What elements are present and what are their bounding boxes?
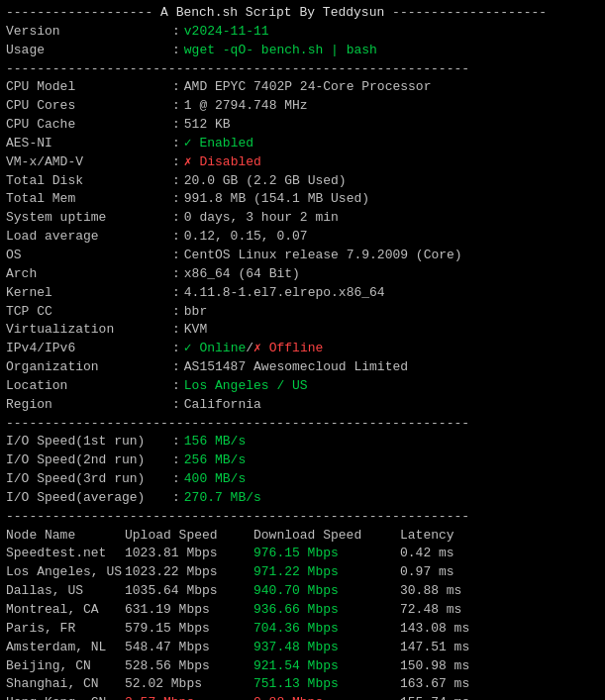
tcp-line: TCP CC : bbr <box>6 303 599 322</box>
aes-label: AES-NI <box>6 135 172 153</box>
io-avg-value: 270.7 MB/s <box>184 489 261 508</box>
divider-1: ----------------------------------------… <box>6 60 599 79</box>
row-latency: 150.98 ms <box>400 657 469 676</box>
virt-label: Virtualization <box>6 321 172 340</box>
cpu-model-line: CPU Model : AMD EPYC 7402P 24-Core Proce… <box>6 78 599 97</box>
kernel-line: Kernel : 4.11.8-1.el7.elrepo.x86_64 <box>6 284 599 303</box>
row-node: Amsterdam, NL <box>6 639 125 657</box>
terminal-output: ------------------- A Bench.sh Script By… <box>6 4 599 700</box>
speedtest-row: Amsterdam, NL548.47 Mbps937.48 Mbps147.5… <box>6 639 599 657</box>
cpu-cache-line: CPU Cache : 512 KB <box>6 116 599 135</box>
row-node: Hong Kong, CN <box>6 694 125 700</box>
divider-3: ----------------------------------------… <box>6 508 599 527</box>
vm-label: VM-x/AMD-V <box>6 153 172 172</box>
usage-line: Usage : wget -qO- bench.sh | bash <box>6 42 599 60</box>
row-download: 704.36 Mbps <box>253 620 400 639</box>
row-download: 976.15 Mbps <box>253 545 400 563</box>
row-download: 940.70 Mbps <box>253 582 400 601</box>
ipv4-online: ✓ Online <box>184 340 246 358</box>
row-upload: 1035.64 Mbps <box>125 582 253 601</box>
io-run2-value: 256 MB/s <box>184 451 246 470</box>
io-run1-line: I/O Speed(1st run) : 156 MB/s <box>6 433 599 451</box>
row-upload: 3.57 Mbps <box>125 694 253 700</box>
uptime-line: System uptime : 0 days, 3 hour 2 min <box>6 209 599 228</box>
cpu-cores-value: 1 @ 2794.748 MHz <box>184 97 308 116</box>
speedtest-row: Speedtest.net1023.81 Mbps976.15 Mbps0.42… <box>6 545 599 563</box>
vm-value: ✗ Disabled <box>184 153 261 172</box>
aes-value: ✓ Enabled <box>184 135 253 153</box>
row-latency: 0.97 ms <box>400 563 454 582</box>
tcp-label: TCP CC <box>6 303 172 322</box>
cpu-model-label: CPU Model <box>6 78 172 97</box>
load-value: 0.12, 0.15, 0.07 <box>184 228 308 247</box>
speedtest-row: Paris, FR579.15 Mbps704.36 Mbps143.08 ms <box>6 620 599 639</box>
row-node: Shanghai, CN <box>6 675 125 694</box>
disk-label: Total Disk <box>6 172 172 191</box>
usage-value: wget -qO- bench.sh | bash <box>184 42 377 60</box>
org-value: AS151487 Awesomecloud Limited <box>184 358 408 377</box>
col-latency-header: Latency <box>400 527 454 546</box>
os-value: CentOS Linux release 7.9.2009 (Core) <box>184 247 462 265</box>
version-value: v2024-11-11 <box>184 23 269 42</box>
kernel-value: 4.11.8-1.el7.elrepo.x86_64 <box>184 284 385 303</box>
cpu-cache-value: 512 KB <box>184 116 231 135</box>
io-run3-value: 400 MB/s <box>184 470 246 489</box>
cpu-model-value: AMD EPYC 7402P 24-Core Processor <box>184 78 432 97</box>
io-avg-line: I/O Speed(average) : 270.7 MB/s <box>6 489 599 508</box>
arch-line: Arch : x86_64 (64 Bit) <box>6 265 599 284</box>
io-avg-label: I/O Speed(average) <box>6 489 172 508</box>
arch-label: Arch <box>6 265 172 284</box>
loc-label: Location <box>6 377 172 396</box>
org-label: Organization <box>6 358 172 377</box>
speedtest-row: Los Angeles, US1023.22 Mbps971.22 Mbps0.… <box>6 563 599 582</box>
uptime-value: 0 days, 3 hour 2 min <box>184 209 339 228</box>
divider-2: ----------------------------------------… <box>6 415 599 434</box>
header-line: ------------------- A Bench.sh Script By… <box>6 4 599 23</box>
kernel-label: Kernel <box>6 284 172 303</box>
usage-label: Usage <box>6 42 172 60</box>
virt-value: KVM <box>184 321 207 340</box>
row-latency: 143.08 ms <box>400 620 469 639</box>
uptime-label: System uptime <box>6 209 172 228</box>
tcp-value: bbr <box>184 303 207 322</box>
mem-value: 991.8 MB (154.1 MB Used) <box>184 190 369 209</box>
row-upload: 528.56 Mbps <box>125 657 253 676</box>
row-node: Los Angeles, US <box>6 563 125 582</box>
arch-value: x86_64 (64 Bit) <box>184 265 300 284</box>
io-run2-label: I/O Speed(2nd run) <box>6 451 172 470</box>
row-node: Speedtest.net <box>6 545 125 563</box>
row-download: 937.48 Mbps <box>253 639 400 657</box>
os-label: OS <box>6 247 172 265</box>
region-value: California <box>184 396 261 415</box>
row-node: Dallas, US <box>6 582 125 601</box>
vm-line: VM-x/AMD-V : ✗ Disabled <box>6 153 599 172</box>
row-download: 971.22 Mbps <box>253 563 400 582</box>
row-upload: 548.47 Mbps <box>125 639 253 657</box>
org-line: Organization : AS151487 Awesomecloud Lim… <box>6 358 599 377</box>
load-label: Load average <box>6 228 172 247</box>
col-upload-header: Upload Speed <box>125 527 253 546</box>
cpu-cache-label: CPU Cache <box>6 116 172 135</box>
loc-value: Los Angeles / US <box>184 377 308 396</box>
row-upload: 1023.22 Mbps <box>125 563 253 582</box>
col-node-header: Node Name <box>6 527 125 546</box>
speedtest-rows: Speedtest.net1023.81 Mbps976.15 Mbps0.42… <box>6 545 599 700</box>
ipv4-line: IPv4/IPv6 : ✓ Online / ✗ Offline <box>6 340 599 358</box>
mem-line: Total Mem : 991.8 MB (154.1 MB Used) <box>6 190 599 209</box>
speedtest-row: Hong Kong, CN3.57 Mbps0.88 Mbps155.74 ms <box>6 694 599 700</box>
row-node: Beijing, CN <box>6 657 125 676</box>
header-title: A Bench.sh Script By Teddysun <box>160 5 384 20</box>
io-run1-value: 156 MB/s <box>184 433 246 451</box>
row-download: 936.66 Mbps <box>253 601 400 620</box>
row-download: 0.88 Mbps <box>253 694 400 700</box>
ipv4-label: IPv4/IPv6 <box>6 340 172 358</box>
row-latency: 147.51 ms <box>400 639 469 657</box>
speedtest-header: Node Name Upload Speed Download Speed La… <box>6 527 599 546</box>
version-line: Version : v2024-11-11 <box>6 23 599 42</box>
aes-line: AES-NI : ✓ Enabled <box>6 135 599 153</box>
version-label: Version <box>6 23 172 42</box>
os-line: OS : CentOS Linux release 7.9.2009 (Core… <box>6 247 599 265</box>
region-label: Region <box>6 396 172 415</box>
row-latency: 163.67 ms <box>400 675 469 694</box>
ipv4-slash: / <box>246 340 253 358</box>
